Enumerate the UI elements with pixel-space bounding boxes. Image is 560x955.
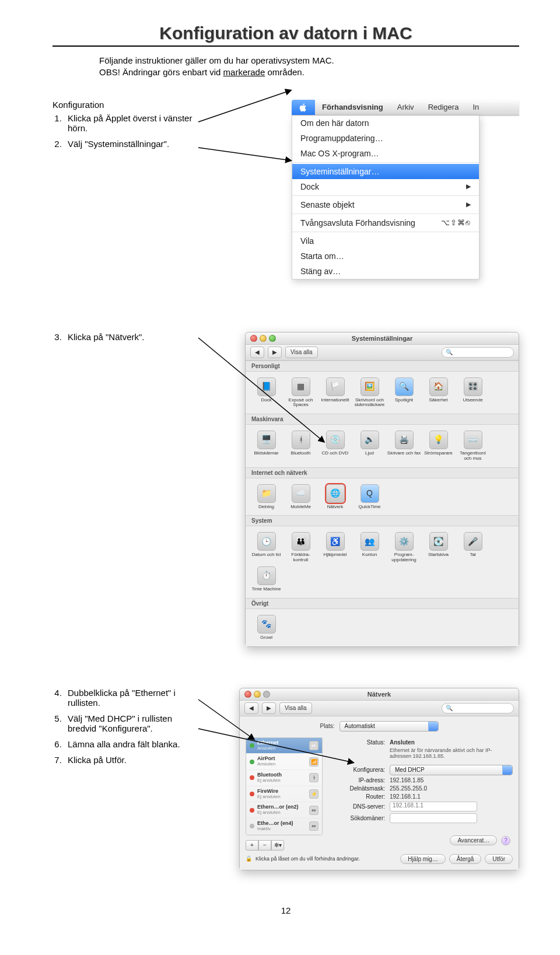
- pref-icon[interactable]: 👪Föräldra- kontroll: [284, 530, 318, 563]
- pref-icon[interactable]: 🔈Ljud: [352, 428, 387, 461]
- pref-icon-label: Program- uppdatering: [387, 552, 421, 563]
- pref-icon[interactable]: 🖨️Skrivare och fax: [387, 428, 421, 461]
- status-value: Ansluten: [390, 739, 415, 746]
- window-title: Nätverk: [240, 691, 519, 698]
- apple-menu-item[interactable]: Om den här datorn: [292, 116, 479, 131]
- search-icon: 🔍: [446, 705, 453, 711]
- apple-menu-item[interactable]: Programuppdatering…: [292, 131, 479, 146]
- pref-icon-label: Säkerhet: [421, 398, 456, 403]
- pref-icon-label: Utseende: [456, 398, 490, 403]
- help-me-button[interactable]: Hjälp mig…: [400, 854, 446, 864]
- apple-menu-item[interactable]: Vila: [292, 233, 479, 249]
- pref-icon[interactable]: QQuickTime: [352, 482, 387, 510]
- prefs-section-label: Övrigt: [246, 598, 519, 609]
- pref-icon[interactable]: ⌨️Tangentbord och mus: [456, 428, 490, 461]
- apple-menu-item[interactable]: Dock▶: [292, 179, 479, 194]
- prefs-section-label: System: [246, 515, 519, 526]
- svg-line-2: [198, 338, 324, 442]
- pref-icon[interactable]: 🎤Tal: [456, 530, 490, 563]
- menubar-item[interactable]: Redigera: [421, 103, 466, 111]
- pref-icon[interactable]: 💽Startskiva: [421, 530, 456, 563]
- help-icon[interactable]: ?: [501, 836, 510, 845]
- status-desc: Ethernet är för närvarande aktivt och ha…: [390, 747, 513, 759]
- searchdom-input[interactable]: [390, 813, 477, 823]
- pref-icon-label: Skrivbord och skärmsläckare: [352, 398, 387, 408]
- dns-input[interactable]: 192.168.1.1: [390, 802, 477, 811]
- router-value: 192.168.1.1: [390, 793, 513, 800]
- svg-line-4: [198, 729, 353, 762]
- apple-menu-item[interactable]: Senaste objekt▶: [292, 197, 479, 212]
- pref-icon[interactable]: 💡Strömsparare: [421, 428, 456, 461]
- search-input[interactable]: 🔍: [442, 347, 514, 358]
- apple-menu-item[interactable]: Systeminställningar…: [292, 164, 479, 179]
- mac-menubar: Förhandsvisning Arkiv Redigera In: [292, 100, 519, 116]
- pref-icon-label: Datum och tid: [249, 552, 284, 558]
- title-divider: [52, 46, 519, 47]
- search-icon: 🔍: [446, 349, 453, 355]
- pref-icon-label: Growl: [249, 635, 284, 641]
- menubar-item[interactable]: Arkiv: [390, 103, 421, 111]
- pref-icon[interactable]: ⏱️Time Machine: [249, 564, 284, 592]
- pref-icon-label: Tangentbord och mus: [456, 451, 490, 461]
- page-number: 12: [52, 905, 519, 915]
- pref-icon-label: Hjälpmedel: [318, 552, 352, 558]
- intro-text: Följande instruktioner gäller om du har …: [99, 55, 519, 79]
- step-2: Välj "Systeminställningar".: [64, 139, 192, 149]
- pref-icon-label: Time Machine: [249, 587, 284, 592]
- pref-icon-label: Föräldra- kontroll: [284, 552, 318, 563]
- revert-button[interactable]: Återgå: [449, 854, 481, 864]
- apple-menu-item[interactable]: Mac OS X-program…: [292, 146, 479, 161]
- page-title: Konfiguration av datorn i MAC: [52, 23, 519, 43]
- apply-button[interactable]: Utför: [485, 854, 513, 864]
- svg-line-0: [198, 90, 290, 122]
- step-5: Välj "Med DHCP" i rullisten bredvid "Kon…: [64, 713, 192, 733]
- pref-icon[interactable]: 🔍Spotlight: [387, 375, 421, 408]
- svg-line-3: [198, 699, 254, 739]
- config-heading: Konfiguration: [52, 100, 192, 110]
- location-dropdown[interactable]: Automatiskt: [340, 721, 439, 732]
- pref-icon-label: Tal: [456, 552, 490, 558]
- pref-icon[interactable]: 🏠Säkerhet: [421, 375, 456, 408]
- pref-icon[interactable]: 🖼️Skrivbord och skärmsläckare: [352, 375, 387, 408]
- pref-icon[interactable]: 🎛️Utseende: [456, 375, 490, 408]
- mask-value: 255.255.255.0: [390, 785, 513, 792]
- menubar-app-name[interactable]: Förhandsvisning: [315, 103, 390, 111]
- ip-value: 192.168.1.85: [390, 777, 513, 783]
- pref-icon[interactable]: ♿Hjälpmedel: [318, 530, 352, 563]
- search-input[interactable]: 🔍: [442, 703, 514, 713]
- advanced-button[interactable]: Avancerat…: [450, 835, 497, 845]
- pref-icon-label: Startskiva: [421, 552, 456, 558]
- pref-icon-label: QuickTime: [352, 505, 387, 510]
- apple-menu-item[interactable]: Stäng av…: [292, 264, 479, 279]
- apple-menu-item[interactable]: Starta om…: [292, 249, 479, 264]
- configure-dropdown[interactable]: Med DHCP: [390, 765, 513, 775]
- pref-icon-label: Konton: [352, 552, 387, 558]
- step-3: Klicka på "Nätverk".: [64, 332, 192, 342]
- step-4: Dubbelklicka på "Ethernet" i rullisten.: [64, 688, 192, 708]
- pref-icon-label: Skrivare och fax: [387, 451, 421, 456]
- pref-icon[interactable]: 🐾Growl: [249, 613, 284, 641]
- pref-icon-label: Ljud: [352, 451, 387, 456]
- step-1: Klicka på Äpplet överst i vänster hörn.: [64, 113, 192, 133]
- pref-icon[interactable]: 👥Konton: [352, 530, 387, 563]
- window-title: Systeminställningar: [246, 335, 519, 342]
- pref-icon[interactable]: 🕒Datum och tid: [249, 530, 284, 563]
- svg-line-1: [198, 148, 290, 160]
- apple-dropdown: Om den här datornProgramuppdatering…Mac …: [292, 116, 480, 279]
- apple-menu-item[interactable]: Tvångsavsluta Förhandsvisning⌥⇧⌘⎋: [292, 215, 479, 230]
- pref-icon-label: Spotlight: [387, 398, 421, 403]
- step-6: Lämna alla andra fält blanka.: [64, 739, 192, 749]
- pref-icon-label: Strömsparare: [421, 451, 456, 456]
- menubar-item[interactable]: In: [466, 103, 486, 111]
- pref-icon[interactable]: ⚙️Program- uppdatering: [387, 530, 421, 563]
- step-7: Klicka på Utför.: [64, 755, 192, 765]
